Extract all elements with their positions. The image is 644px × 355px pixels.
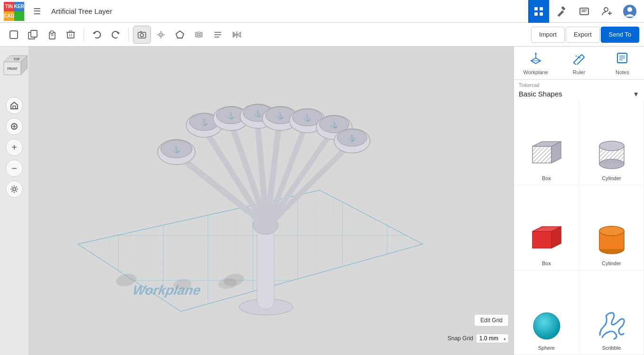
add-person-icon: [601, 6, 613, 17]
svg-point-11: [627, 7, 632, 12]
svg-point-117: [599, 141, 624, 151]
delete-button[interactable]: [62, 26, 80, 44]
topbar: TIN KER CAD ☰ Artificial Tree Layer: [0, 0, 644, 23]
avatar-icon: [623, 4, 637, 19]
svg-text:⚓: ⚓: [348, 134, 356, 142]
svg-marker-49: [11, 102, 18, 109]
shape-item-red-box[interactable]: Box: [514, 185, 579, 270]
paste-button[interactable]: [43, 26, 61, 44]
toolbar2: Import Export Send To: [0, 23, 644, 47]
view-cube[interactable]: TOP FRONT: [0, 51, 29, 86]
snap-grid-select[interactable]: 1.0 mm 0.5 mm 2.0 mm 5.0 mm: [476, 334, 509, 343]
orange-cylinder-icon: [593, 224, 631, 258]
mirror-icon: [232, 30, 242, 39]
shape-item-gray-box[interactable]: Box: [514, 101, 579, 185]
edit-grid-button[interactable]: Edit Grid: [474, 314, 509, 326]
undo-button[interactable]: [88, 26, 106, 44]
svg-point-125: [599, 226, 624, 236]
svg-rect-35: [196, 32, 198, 37]
svg-rect-0: [534, 7, 538, 10]
logo-ker: KER: [14, 2, 24, 11]
notes-tool-button[interactable]: Notes: [601, 47, 644, 79]
sendto-button[interactable]: Send To: [601, 27, 639, 43]
camera-icon: [137, 30, 147, 39]
dropdown-arrow-icon: ▼: [633, 90, 639, 98]
shape-button[interactable]: [171, 26, 189, 44]
svg-marker-34: [176, 31, 184, 38]
align-button[interactable]: [209, 26, 227, 44]
flip-button[interactable]: [190, 26, 208, 44]
logo-cad: [14, 11, 24, 21]
snap-grid-label: Snap Grid: [448, 335, 473, 342]
ruler-label: Ruler: [573, 69, 585, 75]
title-area: ☰ Artificial Tree Layer: [27, 0, 524, 23]
svg-text:⚓: ⚓: [172, 145, 180, 154]
separator-1: [84, 28, 84, 42]
main-area: TOP FRONT + −: [0, 47, 644, 355]
svg-text:⚓: ⚓: [254, 110, 262, 118]
3d-viewport: ⚓ ⚓ ⚓ ⚓ ⚓ ⚓: [28, 47, 513, 355]
hammer-icon: [556, 6, 567, 17]
minus-icon: −: [11, 163, 17, 174]
gray-box-icon: [528, 139, 566, 173]
import-button[interactable]: Import: [531, 27, 565, 43]
workplane-tool-button[interactable]: Workplane: [514, 47, 557, 79]
add-user-button[interactable]: [597, 0, 617, 23]
svg-rect-4: [561, 6, 565, 10]
mirror-button[interactable]: [228, 26, 246, 44]
svg-point-7: [604, 8, 608, 11]
pentagon-icon: [175, 30, 185, 39]
svg-text:⚓: ⚓: [303, 114, 311, 122]
shape-item-orange-cylinder[interactable]: Cylinder: [579, 185, 644, 270]
shape-item-gray-cylinder[interactable]: Cylinder: [579, 101, 644, 185]
grid-view-button[interactable]: [528, 0, 549, 23]
svg-rect-16: [50, 31, 53, 33]
svg-rect-21: [69, 31, 72, 32]
shape-item-sphere[interactable]: Sphere: [514, 270, 579, 355]
snap-grid-row: Snap Grid 1.0 mm 0.5 mm 2.0 mm 5.0 mm: [448, 334, 509, 343]
svg-marker-24: [93, 32, 96, 34]
separator-2: [129, 28, 129, 42]
gray-cylinder-label: Cylinder: [602, 175, 621, 181]
svg-line-61: [203, 127, 262, 221]
canvas-area[interactable]: ⚓ ⚓ ⚓ ⚓ ⚓ ⚓: [28, 47, 513, 355]
build-button[interactable]: [551, 0, 572, 23]
shapes-dropdown-label: Basic Shapes: [519, 90, 562, 98]
paste-icon: [47, 30, 56, 39]
orange-cylinder-label: Cylinder: [602, 260, 621, 266]
zoom-out-button[interactable]: −: [6, 160, 23, 177]
new-button[interactable]: [5, 26, 23, 44]
copy-button[interactable]: [24, 26, 42, 44]
svg-point-29: [159, 33, 163, 37]
shapes-dropdown[interactable]: Basic Shapes ▼: [514, 89, 644, 101]
snap-select-wrap: 1.0 mm 0.5 mm 2.0 mm 5.0 mm: [476, 334, 509, 343]
light-button[interactable]: [152, 26, 170, 44]
workplane-icon: [529, 51, 542, 67]
fit-view-button[interactable]: [6, 118, 23, 135]
gallery-button[interactable]: [574, 0, 595, 23]
svg-rect-28: [140, 31, 142, 32]
view-button[interactable]: [133, 26, 151, 44]
ruler-tool-button[interactable]: Ruler: [557, 47, 600, 79]
export-button[interactable]: Export: [566, 27, 600, 43]
svg-rect-36: [200, 32, 202, 37]
menu-button[interactable]: ☰: [27, 0, 47, 23]
undo-icon: [92, 30, 102, 39]
gray-box-label: Box: [542, 175, 551, 181]
right-tools: Workplane Ruler: [514, 47, 644, 80]
ruler-icon: [572, 51, 586, 67]
svg-rect-2: [534, 12, 538, 16]
grid-icon: [534, 7, 543, 16]
red-box-label: Box: [542, 260, 551, 266]
copy-icon: [28, 30, 37, 39]
svg-text:TOP: TOP: [14, 58, 20, 61]
settings-button[interactable]: [6, 181, 23, 198]
align-icon: [213, 30, 223, 39]
red-box-icon: [528, 224, 566, 258]
redo-button[interactable]: [107, 26, 125, 44]
zoom-in-button[interactable]: +: [6, 139, 23, 156]
home-button[interactable]: [6, 97, 23, 114]
shape-item-scribble[interactable]: Scribble: [579, 270, 644, 355]
profile-button[interactable]: [619, 0, 640, 23]
gallery-icon: [579, 6, 589, 17]
